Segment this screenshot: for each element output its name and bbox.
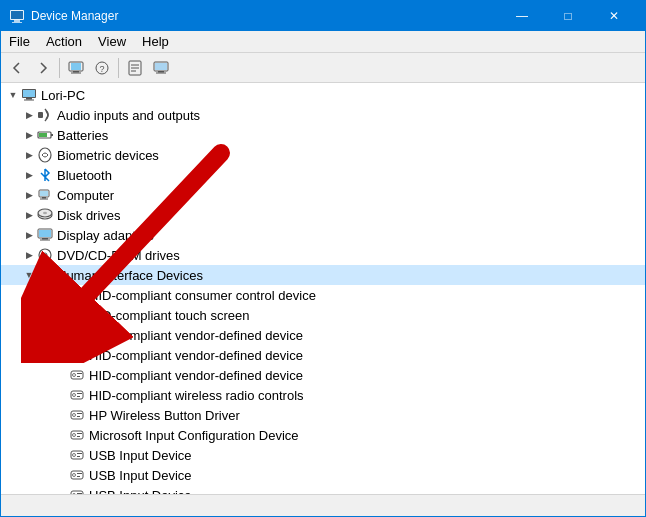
svg-rect-21 xyxy=(23,90,35,97)
tree-display[interactable]: ▶ Display adapters xyxy=(1,225,645,245)
audio-label: Audio inputs and outputs xyxy=(57,108,200,123)
hid-vendor-3[interactable]: ▶ HID-compliant vendor-defined device xyxy=(1,365,645,385)
hid-wireless-icon xyxy=(69,387,85,403)
hid-label: Human Interface Devices xyxy=(57,268,203,283)
toolbar-computer[interactable] xyxy=(64,56,88,80)
tree-view[interactable]: ▼ Lori-PC ▶ xyxy=(1,83,645,494)
tree-computer[interactable]: ▶ Computer xyxy=(1,185,645,205)
toolbar-properties[interactable] xyxy=(123,56,147,80)
hid-wireless[interactable]: ▶ HID-compliant wireless radio controls xyxy=(1,385,645,405)
svg-rect-56 xyxy=(77,333,82,334)
svg-rect-3 xyxy=(11,11,23,19)
svg-text:?: ? xyxy=(99,64,104,74)
hid-touch[interactable]: ▶ HID-compliant touch screen xyxy=(1,305,645,325)
hid-hp-icon xyxy=(69,407,85,423)
toolbar-back[interactable] xyxy=(5,56,29,80)
disks-icon xyxy=(37,207,53,223)
menu-help[interactable]: Help xyxy=(134,31,177,52)
svg-rect-64 xyxy=(77,373,82,374)
tree-audio[interactable]: ▶ Audio inputs and outputs xyxy=(1,105,645,125)
svg-rect-52 xyxy=(77,313,82,314)
bluetooth-expand[interactable]: ▶ xyxy=(21,167,37,183)
usb-input-1[interactable]: ▶ USB Input Device xyxy=(1,445,645,465)
menu-action[interactable]: Action xyxy=(38,31,90,52)
tree-root[interactable]: ▼ Lori-PC xyxy=(1,85,645,105)
tree-biometric[interactable]: ▶ Biometric devices xyxy=(1,145,645,165)
batteries-icon xyxy=(37,127,53,143)
hid-consumer[interactable]: ▶ HID-compliant consumer control device xyxy=(1,285,645,305)
batteries-label: Batteries xyxy=(57,128,108,143)
content-area: ▼ Lori-PC ▶ xyxy=(1,83,645,494)
computer-expand[interactable]: ▶ xyxy=(21,187,37,203)
tree-batteries[interactable]: ▶ Batteries xyxy=(1,125,645,145)
display-icon xyxy=(37,227,53,243)
svg-rect-17 xyxy=(156,72,166,73)
hid-hp-label: HP Wireless Button Driver xyxy=(89,408,240,423)
svg-rect-73 xyxy=(77,416,80,417)
svg-rect-76 xyxy=(77,433,82,434)
tree-bluetooth[interactable]: ▶ Bluetooth xyxy=(1,165,645,185)
tree-hid[interactable]: ▼ Human Interface Devices xyxy=(1,265,645,285)
svg-point-55 xyxy=(73,334,76,337)
audio-expand[interactable]: ▶ xyxy=(21,107,37,123)
display-label: Display adapters xyxy=(57,228,154,243)
hid-vendor-2[interactable]: ▶ HID-compliant vendor-defined device xyxy=(1,345,645,365)
usb1-label: USB Input Device xyxy=(89,448,192,463)
svg-rect-84 xyxy=(77,473,82,474)
computer-icon xyxy=(21,87,37,103)
disks-expand[interactable]: ▶ xyxy=(21,207,37,223)
hid-microsoft[interactable]: ▶ Microsoft Input Configuration Device xyxy=(1,425,645,445)
toolbar-sep-1 xyxy=(59,58,60,78)
biometric-label: Biometric devices xyxy=(57,148,159,163)
tree-dvd[interactable]: ▶ DVD/CD-ROM drives xyxy=(1,245,645,265)
computer-label: Computer xyxy=(57,188,114,203)
svg-rect-38 xyxy=(42,238,48,240)
usb-input-2[interactable]: ▶ USB Input Device xyxy=(1,465,645,485)
svg-rect-2 xyxy=(12,22,22,23)
maximize-button[interactable]: □ xyxy=(545,1,591,31)
hid-hp[interactable]: ▶ HP Wireless Button Driver xyxy=(1,405,645,425)
title-bar-icon xyxy=(9,8,25,24)
svg-rect-24 xyxy=(38,112,43,118)
audio-icon xyxy=(37,107,53,123)
hid-vendor-1[interactable]: ▶ HID-compliant vendor-defined device xyxy=(1,325,645,345)
batteries-expand[interactable]: ▶ xyxy=(21,127,37,143)
svg-rect-37 xyxy=(39,230,51,237)
hid-consumer-label: HID-compliant consumer control device xyxy=(89,288,316,303)
dvd-expand[interactable]: ▶ xyxy=(21,247,37,263)
bluetooth-icon xyxy=(37,167,53,183)
svg-point-45 xyxy=(44,276,46,278)
svg-rect-65 xyxy=(77,376,80,377)
toolbar-help[interactable]: ? xyxy=(90,56,114,80)
minimize-button[interactable]: — xyxy=(499,1,545,31)
svg-rect-57 xyxy=(77,336,80,337)
svg-rect-48 xyxy=(77,293,82,294)
close-button[interactable]: ✕ xyxy=(591,1,637,31)
svg-rect-15 xyxy=(155,63,167,70)
svg-rect-30 xyxy=(40,191,48,196)
menu-file[interactable]: File xyxy=(1,31,38,52)
svg-point-42 xyxy=(44,254,46,256)
toolbar-forward[interactable] xyxy=(31,56,55,80)
svg-point-87 xyxy=(73,494,76,495)
svg-rect-49 xyxy=(77,296,80,297)
display-expand[interactable]: ▶ xyxy=(21,227,37,243)
biometric-icon xyxy=(37,147,53,163)
svg-rect-27 xyxy=(39,133,47,137)
svg-rect-23 xyxy=(24,100,34,101)
root-expand[interactable]: ▼ xyxy=(5,87,21,103)
usb-input-3[interactable]: ▶ USB Input Device xyxy=(1,485,645,494)
hid-expand[interactable]: ▼ xyxy=(21,267,37,283)
toolbar-monitor[interactable] xyxy=(149,56,173,80)
hid-device-icon xyxy=(69,287,85,303)
device-manager-window: Device Manager — □ ✕ File Action View He… xyxy=(0,0,646,517)
svg-rect-77 xyxy=(77,436,80,437)
menu-view[interactable]: View xyxy=(90,31,134,52)
biometric-expand[interactable]: ▶ xyxy=(21,147,37,163)
tree-disks[interactable]: ▶ Disk drives xyxy=(1,205,645,225)
svg-point-83 xyxy=(73,474,76,477)
svg-rect-26 xyxy=(51,134,53,136)
title-bar: Device Manager — □ ✕ xyxy=(1,1,645,31)
svg-point-47 xyxy=(73,294,76,297)
hid-touch-label: HID-compliant touch screen xyxy=(89,308,249,323)
